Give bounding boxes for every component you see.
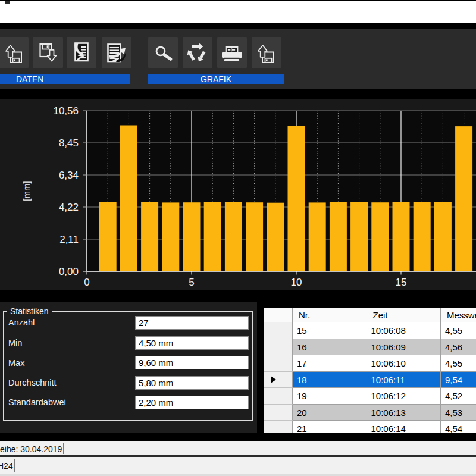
svg-text:4,22: 4,22 <box>59 202 79 213</box>
svg-text:0: 0 <box>84 277 89 288</box>
svg-text:10: 10 <box>291 277 302 288</box>
svg-text:2,11: 2,11 <box>60 234 79 245</box>
svg-text:10,56: 10,56 <box>53 105 79 117</box>
svg-text:6,34: 6,34 <box>59 170 79 181</box>
svg-text:[mm]: [mm] <box>21 181 32 201</box>
svg-text:8,45: 8,45 <box>59 137 79 149</box>
svg-text:0,00: 0,00 <box>59 266 79 277</box>
svg-text:15: 15 <box>396 277 407 288</box>
svg-text:5: 5 <box>189 277 194 288</box>
